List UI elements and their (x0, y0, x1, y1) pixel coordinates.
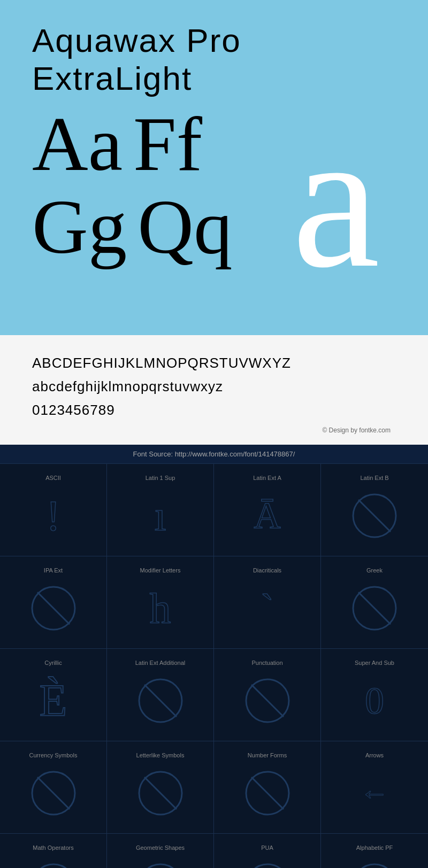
cell-label-geometricshapes: Geometric Shapes (136, 844, 185, 851)
glyph-cell-geometricshapes[interactable]: Geometric Shapes (107, 834, 214, 868)
svg-line-1 (358, 500, 391, 532)
glyph-cell-latinextadd[interactable]: Latin Ext Additional (107, 649, 214, 741)
cell-label-numberforms: Number Forms (248, 752, 287, 758)
cell-glyph-punctuation (241, 674, 294, 727)
glyph-Ff: Ff (133, 105, 202, 183)
cell-glyph-latinextA: Ā (241, 489, 294, 542)
cell-label-pua: PUA (261, 844, 273, 851)
glyph-cell-modletters[interactable]: Modifier Lettersh (107, 556, 214, 649)
top-section: Aquawax Pro ExtraLight Aa Ff Gg Qq a (0, 0, 428, 335)
glyph-cell-latinextA[interactable]: Latin Ext AĀ (214, 464, 321, 556)
glyph-cell-numberforms[interactable]: Number Forms (214, 741, 321, 834)
font-source-text: Font Source: http://www.fontke.com/font/… (133, 450, 295, 458)
bottom-section: Font Source: http://www.fontke.com/font/… (0, 445, 428, 868)
cell-label-letterlikesymbols: Letterlike Symbols (136, 752, 185, 758)
alphabet-lower: abcdefghijklmnopqrstuvwxyz (32, 375, 396, 398)
char-arrows: ← (360, 778, 389, 808)
glyph-cell-currencysymbols[interactable]: Currency Symbols (0, 741, 107, 834)
cell-label-punctuation: Punctuation (251, 660, 282, 666)
svg-line-13 (144, 777, 177, 809)
glyph-cell-cyrillic[interactable]: CyrillicÈ (0, 649, 107, 741)
cell-label-latin1sup: Latin 1 Sup (146, 475, 175, 481)
cell-label-latinextB: Latin Ext B (360, 475, 388, 481)
glyph-Gg: Gg (32, 188, 127, 266)
cell-glyph-letterlikesymbols (134, 766, 187, 820)
glyph-Qq: Qq (137, 188, 232, 266)
svg-line-5 (358, 592, 391, 624)
svg-point-16 (32, 864, 75, 868)
cell-glyph-latinextB (348, 489, 401, 542)
cell-glyph-mathoperators (27, 859, 80, 868)
cell-label-alphabeticpf: Alphabetic PF (356, 844, 393, 851)
cell-label-mathoperators: Math Operators (33, 844, 73, 851)
glyph-cell-greek[interactable]: Greek (321, 556, 428, 649)
svg-point-18 (139, 864, 182, 868)
cell-glyph-latin1sup: ı (134, 489, 187, 542)
alphabet-section: ABCDEFGHIJKLMNOPQRSTUVWXYZ abcdefghijklm… (0, 335, 428, 445)
glyph-large-a: a (292, 100, 380, 298)
glyph-cell-ipaext[interactable]: IPA Ext (0, 556, 107, 649)
char-cyrillic: È (40, 678, 67, 723)
cell-label-greek: Greek (366, 567, 383, 574)
glyph-cell-mathoperators[interactable]: Math Operators (0, 834, 107, 868)
cell-glyph-superandsub: 0 (348, 674, 401, 727)
glyph-cell-alphabeticpf[interactable]: Alphabetic PF (321, 834, 428, 868)
svg-line-9 (251, 685, 284, 717)
cell-label-ascii: ASCII (45, 475, 61, 481)
char-modletters: h (150, 587, 171, 630)
cell-glyph-currencysymbols (27, 766, 80, 820)
cell-glyph-numberforms (241, 766, 294, 820)
copyright: © Design by fontke.com (32, 427, 396, 434)
glyph-cell-punctuation[interactable]: Punctuation (214, 649, 321, 741)
glyphs-left: Aa Ff Gg Qq (32, 105, 232, 266)
alphabet-upper: ABCDEFGHIJKLMNOPQRSTUVWXYZ (32, 351, 396, 375)
char-superandsub: 0 (365, 681, 384, 720)
glyph-cell-arrows[interactable]: Arrows← (321, 741, 428, 834)
cell-glyph-diacriticals: ` (241, 582, 294, 635)
svg-line-11 (37, 777, 70, 809)
font-title: Aquawax Pro ExtraLight (32, 21, 396, 97)
svg-point-22 (353, 864, 396, 868)
char-diacriticals: ` (261, 588, 274, 628)
svg-line-3 (37, 592, 70, 624)
cell-label-modletters: Modifier Letters (140, 567, 181, 574)
glyph-cell-superandsub[interactable]: Super And Sub0 (321, 649, 428, 741)
cell-glyph-latinextadd (134, 674, 187, 727)
cell-label-latinextA: Latin Ext A (253, 475, 281, 481)
char-latin1sup: ı (154, 494, 166, 537)
glyph-showcase: Aa Ff Gg Qq a (32, 105, 396, 319)
cell-glyph-pua (241, 859, 294, 868)
cell-glyph-alphabeticpf (348, 859, 401, 868)
svg-line-15 (251, 777, 284, 809)
cell-glyph-geometricshapes (134, 859, 187, 868)
cell-label-superandsub: Super And Sub (355, 660, 394, 666)
glyph-grid: ASCII!Latin 1 SupıLatin Ext AĀLatin Ext … (0, 464, 428, 868)
cell-glyph-cyrillic: È (27, 674, 80, 727)
cell-label-currencysymbols: Currency Symbols (29, 752, 78, 758)
digits: 0123456789 (32, 398, 396, 422)
cell-glyph-ipaext (27, 582, 80, 635)
glyph-cell-pua[interactable]: PUA (214, 834, 321, 868)
cell-label-latinextadd: Latin Ext Additional (135, 660, 186, 666)
glyph-cell-ascii[interactable]: ASCII! (0, 464, 107, 556)
glyph-Aa: Aa (32, 105, 123, 183)
glyph-cell-latinextB[interactable]: Latin Ext B (321, 464, 428, 556)
cell-glyph-modletters: h (134, 582, 187, 635)
font-source: Font Source: http://www.fontke.com/font/… (0, 445, 428, 464)
glyph-cell-diacriticals[interactable]: Diacriticals` (214, 556, 321, 649)
svg-line-7 (144, 685, 177, 717)
cell-glyph-greek (348, 582, 401, 635)
cell-glyph-ascii: ! (27, 489, 80, 542)
cell-label-arrows: Arrows (365, 752, 384, 758)
glyph-cell-latin1sup[interactable]: Latin 1 Supı (107, 464, 214, 556)
char-latinextA: Ā (254, 497, 281, 534)
glyph-cell-letterlikesymbols[interactable]: Letterlike Symbols (107, 741, 214, 834)
char-ascii: ! (46, 494, 60, 537)
cell-glyph-arrows: ← (348, 766, 401, 820)
cell-label-diacriticals: Diacriticals (253, 567, 281, 574)
cell-label-ipaext: IPA Ext (44, 567, 63, 574)
svg-point-20 (246, 864, 289, 868)
cell-label-cyrillic: Cyrillic (44, 660, 62, 666)
